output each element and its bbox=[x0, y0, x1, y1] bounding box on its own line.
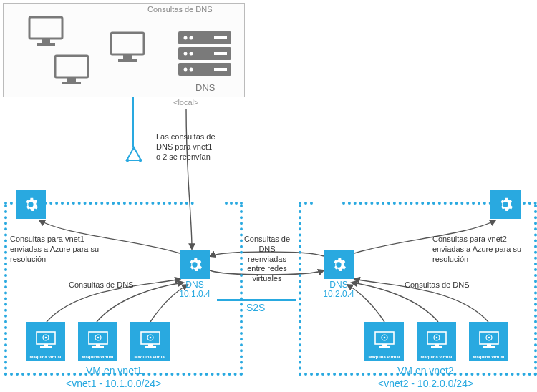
dns-gear-icon bbox=[324, 250, 354, 279]
forward-label: Las consultas de DNS para vnet1 o 2 se r… bbox=[156, 132, 224, 162]
vnet1-title: VM en vnet1 bbox=[86, 365, 142, 378]
svg-rect-29 bbox=[44, 344, 48, 346]
onprem-local-tag: <local> bbox=[173, 98, 198, 108]
intervnet-label: Consultas de DNS reenviadas entre redes … bbox=[239, 235, 295, 284]
onprem-dns-label: DNS bbox=[195, 82, 215, 94]
svg-point-25 bbox=[126, 159, 129, 162]
s2s-link bbox=[217, 299, 296, 301]
svg-point-16 bbox=[190, 52, 193, 56]
svg-point-48 bbox=[435, 337, 437, 339]
vm-caption: Máquina virtual bbox=[78, 355, 117, 359]
monitor-icon bbox=[54, 54, 90, 86]
svg-rect-9 bbox=[118, 59, 137, 62]
svg-rect-30 bbox=[40, 346, 52, 348]
svg-rect-34 bbox=[96, 344, 100, 346]
svg-rect-45 bbox=[379, 346, 390, 348]
vnet2-query-label: Consultas de DNS bbox=[405, 280, 470, 290]
dns-gear-icon bbox=[180, 250, 210, 279]
onprem-query-label: Consultas de DNS bbox=[147, 5, 213, 15]
vm-tile: Máquina virtual bbox=[469, 322, 508, 361]
vm-tile: Máquina virtual bbox=[26, 322, 65, 361]
vm-tile: Máquina virtual bbox=[130, 322, 170, 361]
azure-gear-icon bbox=[490, 190, 521, 219]
svg-point-28 bbox=[44, 337, 47, 339]
vm-tile: Máquina virtual bbox=[417, 322, 456, 361]
svg-rect-5 bbox=[67, 78, 76, 82]
svg-rect-2 bbox=[42, 39, 50, 43]
svg-rect-49 bbox=[435, 344, 439, 346]
svg-point-53 bbox=[488, 337, 490, 339]
network-node-icon bbox=[126, 147, 142, 162]
vnet1-dns-ip: 10.1.0.4 bbox=[177, 289, 213, 300]
vm-caption: Máquina virtual bbox=[26, 355, 65, 359]
svg-point-14 bbox=[190, 36, 193, 40]
svg-rect-19 bbox=[214, 36, 227, 39]
svg-rect-35 bbox=[92, 346, 104, 348]
svg-rect-20 bbox=[214, 52, 227, 55]
vm-caption: Máquina virtual bbox=[417, 355, 456, 359]
svg-point-13 bbox=[184, 36, 188, 40]
svg-rect-40 bbox=[145, 346, 156, 348]
vnet2-cidr: <vnet2 - 10.2.0.0/24> bbox=[378, 378, 473, 391]
svg-point-38 bbox=[149, 337, 151, 339]
svg-point-23 bbox=[132, 147, 135, 150]
svg-point-24 bbox=[139, 159, 142, 162]
svg-rect-39 bbox=[148, 344, 153, 346]
svg-point-43 bbox=[383, 337, 385, 339]
server-rack-icon bbox=[178, 31, 231, 83]
svg-rect-7 bbox=[111, 33, 144, 54]
svg-rect-21 bbox=[214, 68, 227, 71]
s2s-label: S2S bbox=[246, 302, 265, 315]
svg-point-33 bbox=[97, 337, 99, 339]
svg-rect-54 bbox=[487, 344, 491, 346]
svg-point-17 bbox=[184, 68, 188, 72]
vnet2-resolve-label: Consultas para vnet2 enviadas a Azure pa… bbox=[432, 235, 526, 264]
svg-rect-55 bbox=[483, 346, 495, 348]
svg-point-15 bbox=[184, 52, 188, 56]
svg-rect-44 bbox=[382, 344, 387, 346]
vnet1-resolve-label: Consultas para vnet1 enviadas a Azure pa… bbox=[10, 235, 103, 264]
svg-rect-8 bbox=[123, 55, 132, 59]
vnet2-dns-ip: 10.2.0.4 bbox=[321, 289, 357, 300]
monitor-icon bbox=[28, 16, 64, 47]
vm-caption: Máquina virtual bbox=[130, 355, 170, 359]
vm-caption: Máquina virtual bbox=[364, 355, 404, 359]
vnet1-cidr: <vnet1 - 10.1.0.0/24> bbox=[66, 378, 161, 391]
svg-rect-3 bbox=[37, 43, 55, 46]
vnet2-title: VM en vnet2 bbox=[397, 365, 454, 378]
vm-caption: Máquina virtual bbox=[469, 355, 508, 359]
vnet1-query-label: Consultas de DNS bbox=[69, 280, 134, 290]
svg-rect-1 bbox=[29, 17, 62, 39]
svg-point-18 bbox=[190, 68, 193, 72]
monitor-icon bbox=[110, 31, 145, 63]
svg-rect-6 bbox=[62, 82, 81, 84]
vm-tile: Máquina virtual bbox=[364, 322, 404, 361]
svg-rect-50 bbox=[431, 346, 442, 348]
vm-tile: Máquina virtual bbox=[78, 322, 117, 361]
svg-rect-4 bbox=[55, 56, 88, 77]
azure-gear-icon bbox=[16, 190, 46, 219]
